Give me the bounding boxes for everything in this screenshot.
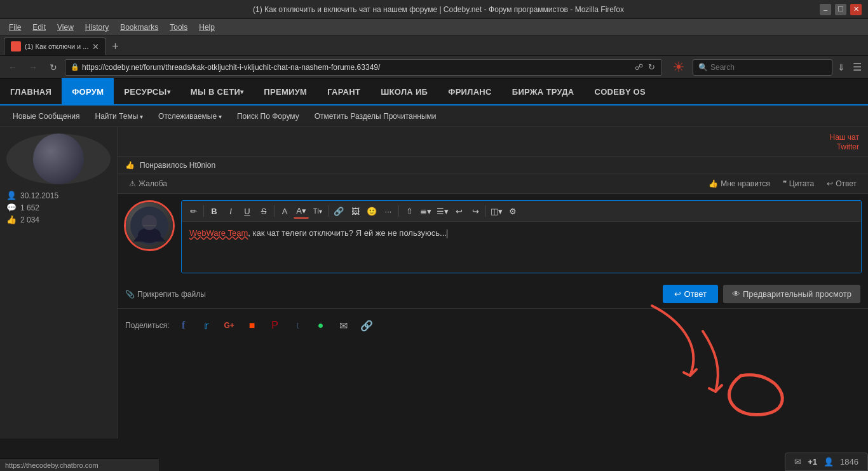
search-bar: 🔍 (693, 59, 832, 76)
share-tumblr[interactable]: t (289, 317, 307, 334)
subnav-tracked[interactable]: Отслеживаемые (152, 109, 228, 123)
menu-edit[interactable]: Edit (27, 21, 51, 34)
reply-button[interactable]: ↩ Ответ (823, 178, 860, 189)
content-area: 👤 30.12.2015 💬 1 652 👍 2 034 Наш чат Twi… (0, 127, 868, 439)
editor-content[interactable]: WebWare Team, как чат телеги отключить? … (182, 222, 861, 273)
editor-toolbar: ✏ B I U S A A▾ TI▾ 🔗 🖼 🙂 ··· ⇧ (182, 201, 861, 222)
toolbar-undo[interactable]: ↩ (451, 203, 466, 219)
toolbar-redo[interactable]: ↪ (468, 203, 483, 219)
preview-button[interactable]: 👁 Предварительный просмотр (723, 285, 860, 303)
complaint-button[interactable]: ⚠ Жалоба (125, 178, 171, 189)
menu-view[interactable]: View (52, 21, 79, 34)
like-button[interactable]: 👍 Мне нравится (705, 178, 774, 189)
sub-nav: Новые Сообщения Найти Темы Отслеживаемые… (0, 106, 868, 127)
svg-point-2 (142, 215, 157, 230)
chat-user-count: 1846 (840, 457, 858, 467)
reply-icon: ↩ (827, 179, 833, 188)
menu-help[interactable]: Help (194, 21, 220, 34)
share-twitter[interactable]: 𝕣 (198, 317, 215, 334)
toolbar-list[interactable]: ☰▾ (435, 203, 450, 219)
url-text: https://codeby.net/forum/threads/kak-otk… (82, 63, 631, 72)
subnav-search[interactable]: Поиск По Форуму (231, 109, 306, 123)
reload-icon[interactable]: ↻ (647, 61, 656, 73)
menu-tools[interactable]: Tools (165, 21, 193, 34)
chat-plus-count: +1 (808, 457, 817, 467)
reply-arrow-icon: ↩ (674, 289, 681, 299)
editor-cursor (447, 229, 447, 238)
submit-reply-button[interactable]: ↩ Ответ (663, 285, 718, 303)
minimize-button[interactable]: – (820, 4, 831, 15)
share-pinterest[interactable]: P (266, 317, 284, 334)
quote-button[interactable]: ❞ Цитата (779, 178, 818, 189)
refresh-button[interactable]: ↻ (44, 58, 62, 76)
nav-school[interactable]: ШКОЛА ИБ (370, 78, 438, 105)
toolbar-table[interactable]: ◫▾ (489, 203, 504, 219)
window-controls: – ☐ ✕ (820, 4, 862, 15)
toolbar-more[interactable]: ··· (381, 203, 396, 219)
twitter-link[interactable]: Twitter (837, 142, 859, 151)
sidebar: 👤 30.12.2015 💬 1 652 👍 2 034 (0, 127, 118, 439)
title-bar: (1) Как отключить и включить чат на наше… (0, 0, 868, 19)
menu-history[interactable]: History (80, 21, 114, 34)
editor-text: , как чат телеги отключить? Я ей же не п… (248, 228, 447, 238)
new-tab-button[interactable]: + (106, 38, 124, 55)
reply-editor: ✏ B I U S A A▾ TI▾ 🔗 🖼 🙂 ··· ⇧ (181, 200, 862, 273)
back-button[interactable]: ← (4, 58, 22, 76)
subnav-new-posts[interactable]: Новые Сообщения (6, 109, 86, 123)
subnav-find-topics[interactable]: Найти Темы (88, 109, 149, 123)
toolbar-image[interactable]: 🖼 (348, 203, 363, 219)
download-button[interactable]: ⇓ (835, 60, 848, 75)
toolbar-pencil[interactable]: ✏ (186, 203, 201, 219)
screen-icon[interactable]: ☍ (634, 61, 644, 73)
nav-freelance[interactable]: ФРИЛАНС (438, 78, 502, 105)
nav-codeby-os[interactable]: CODEBY OS (585, 78, 656, 105)
our-chat-link[interactable]: Наш чат (830, 133, 859, 142)
toolbar-font-color[interactable]: A▾ (294, 203, 309, 219)
share-reddit[interactable]: ■ (243, 317, 261, 334)
stat-date: 👤 30.12.2015 (6, 191, 111, 200)
share-whatsapp[interactable]: ● (312, 317, 330, 334)
menu-bookmarks[interactable]: Bookmarks (115, 21, 163, 34)
tab-close-button[interactable]: ✕ (92, 42, 99, 51)
toolbar-font-size[interactable]: TI▾ (310, 203, 325, 219)
subnav-mark-read[interactable]: Отметить Разделы Прочитанными (308, 109, 443, 123)
share-email[interactable]: ✉ (335, 317, 353, 334)
avatar-image (126, 202, 173, 249)
toolbar-bold[interactable]: B (207, 203, 222, 219)
search-input[interactable] (710, 63, 827, 72)
nav-premium[interactable]: ПРЕМИУМ (254, 78, 317, 105)
nav-home[interactable]: ГЛАВНАЯ (0, 78, 62, 105)
toolbar-italic[interactable]: I (223, 203, 238, 219)
toolbar-settings[interactable]: ⚙ (505, 203, 520, 219)
close-button[interactable]: ✕ (850, 4, 862, 15)
share-googleplus[interactable]: G+ (220, 317, 238, 334)
active-tab[interactable]: (1) Как отключи и ... ✕ (4, 38, 106, 55)
attach-files-button[interactable]: 📎 Прикрепить файлы (125, 290, 206, 299)
share-link[interactable]: 🔗 (358, 317, 376, 334)
tab-bar: (1) Как отключи и ... ✕ + (0, 36, 868, 56)
toolbar-upload[interactable]: ⇧ (402, 203, 417, 219)
menu-file[interactable]: File (4, 21, 26, 34)
nav-garant[interactable]: ГАРАНТ (317, 78, 370, 105)
hamburger-menu[interactable]: ☰ (850, 58, 864, 76)
nav-jobs[interactable]: БИРЖА ТРУДА (502, 78, 585, 105)
reply-avatar (124, 200, 175, 251)
toolbar-text-color[interactable]: A (277, 203, 292, 219)
toolbar-link[interactable]: 🔗 (331, 203, 346, 219)
firefox-icon[interactable]: ☀ (672, 59, 685, 76)
toolbar-align[interactable]: ≣▾ (418, 203, 433, 219)
complaint-icon: ⚠ (129, 179, 136, 188)
chat-widget[interactable]: ✉ +1 👤 1846 (785, 453, 868, 471)
toolbar-underline[interactable]: U (240, 203, 255, 219)
toolbar-strikethrough[interactable]: S (256, 203, 271, 219)
maximize-button[interactable]: ☐ (835, 4, 846, 15)
share-facebook[interactable]: f (175, 317, 193, 334)
share-row: Поделиться: f 𝕣 G+ ■ P t ● ✉ 🔗 (118, 308, 868, 342)
nav-forum[interactable]: ФОРУМ (62, 78, 114, 105)
forward-button[interactable]: → (24, 58, 42, 76)
toolbar-emoji[interactable]: 🙂 (364, 203, 379, 219)
calendar-icon: 👤 (6, 191, 17, 200)
nav-social[interactable]: МЫ В СЕТИ (180, 78, 254, 105)
url-bar[interactable]: 🔒 https://codeby.net/forum/threads/kak-o… (65, 59, 662, 76)
nav-resources[interactable]: РЕСУРСЫ (114, 78, 180, 105)
